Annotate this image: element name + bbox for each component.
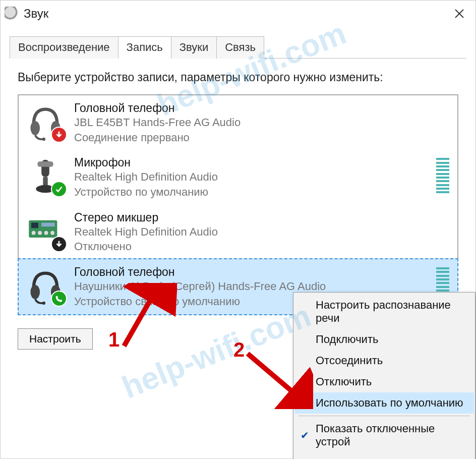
microphone-icon [26, 156, 65, 195]
svg-point-4 [42, 138, 45, 141]
configure-button[interactable]: Настроить [18, 328, 93, 350]
device-item[interactable]: Микрофон Realtek High Definition Audio У… [19, 150, 457, 204]
device-title: Головной телефон [74, 101, 449, 115]
device-item[interactable]: Головной телефон JBL E45BT Hands-Free AG… [19, 95, 457, 150]
sound-dialog: Звук Воспроизведение Запись Звуки Связь … [0, 0, 476, 459]
device-status: Отключено [74, 239, 449, 254]
menu-disable[interactable]: Отключить [294, 371, 474, 392]
close-icon [454, 9, 464, 19]
sound-board-icon [26, 211, 65, 250]
device-subtitle: Realtek High Definition Audio [74, 224, 449, 240]
device-title: Головной телефон [74, 265, 431, 279]
device-status: Соединение прервано [74, 130, 449, 145]
instruction-text: Выберите устройство записи, параметры ко… [18, 71, 458, 84]
svg-point-16 [30, 285, 40, 299]
level-meter [436, 156, 449, 195]
svg-point-15 [50, 231, 54, 235]
status-badge-disconnected-icon [51, 127, 67, 143]
menu-show-disconnected[interactable]: ✔ Показать отсоединенные устро [294, 452, 474, 459]
headphones-icon [26, 101, 65, 141]
svg-point-12 [32, 231, 36, 235]
menu-disconnect[interactable]: Отсоединить [294, 350, 474, 371]
status-badge-disabled-icon [51, 236, 67, 252]
tab-recording[interactable]: Запись [118, 36, 171, 59]
context-menu: Настроить распознавание речи Подключить … [293, 292, 475, 459]
device-subtitle: JBL E45BT Hands-Free AG Audio [74, 115, 449, 130]
menu-item-label: Показать отсоединенные устро [316, 456, 446, 459]
status-badge-comm-default-icon [51, 291, 67, 307]
menu-speech-recognition[interactable]: Настроить распознавание речи [294, 295, 474, 329]
device-subtitle: Realtek High Definition Audio [74, 169, 431, 185]
tab-strip: Воспроизведение Запись Звуки Связь [10, 36, 466, 59]
svg-point-13 [38, 231, 42, 235]
menu-show-disabled[interactable]: ✔ Показать отключенные устрой [294, 418, 474, 452]
svg-rect-6 [37, 161, 53, 167]
menu-separator [299, 416, 470, 416]
svg-rect-10 [31, 222, 38, 228]
svg-point-14 [44, 231, 48, 235]
menu-connect[interactable]: Подключить [294, 329, 474, 350]
device-text: Головной телефон JBL E45BT Hands-Free AG… [74, 101, 449, 145]
device-status: Устройство по умолчанию [74, 185, 431, 200]
menu-item-label: Показать отключенные устрой [316, 422, 435, 448]
device-list: Головной телефон JBL E45BT Hands-Free AG… [18, 94, 458, 315]
sound-icon [5, 7, 19, 21]
close-button[interactable] [447, 4, 471, 24]
menu-set-default[interactable]: Использовать по умолчанию [294, 392, 474, 414]
device-title: Стерео микшер [74, 211, 449, 224]
titlebar: Звук [1, 1, 475, 27]
device-text: Микрофон Realtek High Definition Audio У… [74, 156, 431, 199]
headphones-icon [26, 265, 65, 305]
tab-communications[interactable]: Связь [216, 36, 264, 59]
svg-rect-11 [41, 222, 55, 226]
check-icon: ✔ [301, 429, 309, 441]
tab-playback[interactable]: Воспроизведение [10, 36, 118, 59]
tab-sounds[interactable]: Звуки [171, 36, 217, 59]
svg-point-18 [42, 302, 45, 305]
svg-point-2 [30, 121, 40, 135]
device-text: Стерео микшер Realtek High Definition Au… [74, 211, 449, 254]
window-title: Звук [24, 7, 48, 21]
device-item[interactable]: Стерео микшер Realtek High Definition Au… [19, 205, 457, 259]
device-title: Микрофон [74, 156, 431, 169]
